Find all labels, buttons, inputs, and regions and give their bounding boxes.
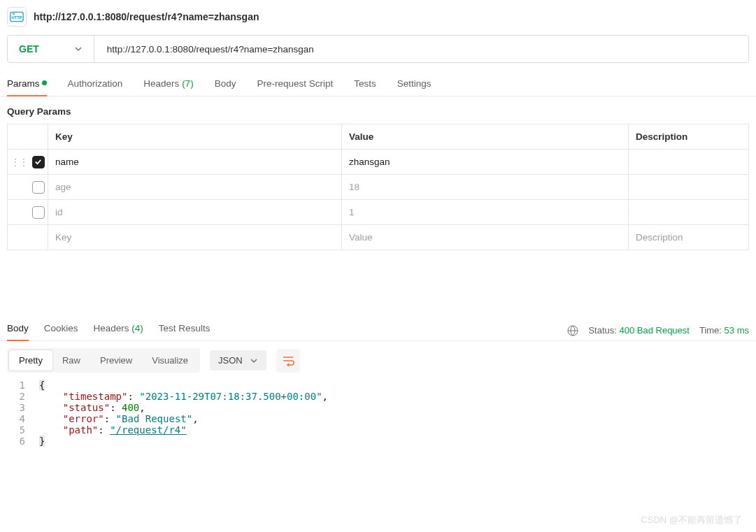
col-key: Key <box>48 124 342 150</box>
response-body[interactable]: 1{ 2 "timestamp": "2023-11-29T07:18:37.5… <box>0 380 756 454</box>
wrap-lines-button[interactable] <box>276 349 300 373</box>
title-bar: HTTP http://127.0.0.1:8080/request/r4?na… <box>0 0 756 35</box>
tab-params[interactable]: Params <box>7 76 47 96</box>
view-mode-group: Pretty Raw Preview Visualize <box>7 348 200 373</box>
svg-text:HTTP: HTTP <box>11 15 22 20</box>
table-row-placeholder: Key Value Description <box>8 225 749 250</box>
cell-value[interactable]: 1 <box>342 200 629 225</box>
globe-icon[interactable] <box>567 325 578 336</box>
tab-tests[interactable]: Tests <box>354 76 376 96</box>
method-dropdown[interactable]: GET <box>8 36 94 62</box>
tab-body[interactable]: Body <box>215 76 236 96</box>
table-row: ⋮⋮ age 18 <box>8 175 749 200</box>
status-value: 400 Bad Request <box>619 325 689 336</box>
cell-desc[interactable] <box>629 175 749 200</box>
col-checkbox <box>8 124 48 150</box>
status-bar: Status: 400 Bad Request Time: 53 ms <box>567 325 749 336</box>
method-label: GET <box>19 43 39 55</box>
page-title: http://127.0.0.1:8080/request/r4?name=zh… <box>34 11 259 22</box>
request-bar: GET <box>7 35 749 63</box>
row-checkbox[interactable] <box>32 181 45 194</box>
row-checkbox[interactable] <box>32 156 45 168</box>
tab-settings[interactable]: Settings <box>397 76 432 96</box>
view-pretty[interactable]: Pretty <box>9 350 52 371</box>
view-row: Pretty Raw Preview Visualize JSON <box>0 341 756 380</box>
cell-desc[interactable] <box>629 150 749 175</box>
rtab-cookies[interactable]: Cookies <box>44 320 78 340</box>
cell-key-ph[interactable]: Key <box>48 225 342 250</box>
cell-value-ph[interactable]: Value <box>342 225 629 250</box>
table-row: ⋮⋮ id 1 <box>8 200 749 225</box>
http-icon: HTTP <box>7 7 27 27</box>
tab-prerequest[interactable]: Pre-request Script <box>257 76 333 96</box>
section-label: Query Params <box>0 96 756 124</box>
cell-key[interactable]: name <box>48 150 342 175</box>
response-header: Body Cookies Headers (4) Test Results St… <box>0 320 756 341</box>
view-visualize[interactable]: Visualize <box>142 350 198 371</box>
format-dropdown[interactable]: JSON <box>210 350 266 371</box>
cell-desc[interactable] <box>629 200 749 225</box>
cell-value[interactable]: zhansgan <box>342 150 629 175</box>
rtab-tests[interactable]: Test Results <box>159 320 211 340</box>
chevron-down-icon <box>74 45 83 53</box>
response-tabs: Body Cookies Headers (4) Test Results <box>7 320 210 340</box>
request-tabs: Params Authorization Headers (7) Body Pr… <box>0 76 756 96</box>
view-preview[interactable]: Preview <box>90 350 142 371</box>
view-raw[interactable]: Raw <box>52 350 90 371</box>
drag-handle-icon[interactable]: ⋮⋮ <box>11 157 28 167</box>
col-value: Value <box>342 124 629 150</box>
cell-desc-ph[interactable]: Description <box>629 225 749 250</box>
tab-authorization[interactable]: Authorization <box>68 76 123 96</box>
cell-key[interactable]: age <box>48 175 342 200</box>
rtab-body[interactable]: Body <box>7 320 29 340</box>
rtab-headers[interactable]: Headers (4) <box>94 320 143 340</box>
active-dot-icon <box>42 80 47 85</box>
col-desc: Description <box>629 124 749 150</box>
row-checkbox[interactable] <box>32 206 45 219</box>
url-input[interactable] <box>94 36 748 62</box>
chevron-down-icon <box>250 357 258 365</box>
cell-value[interactable]: 18 <box>342 175 629 200</box>
query-params-table: Key Value Description ⋮⋮ name zhansgan ⋮… <box>7 124 749 250</box>
table-row: ⋮⋮ name zhansgan <box>8 150 749 175</box>
tab-headers[interactable]: Headers (7) <box>143 76 193 96</box>
cell-key[interactable]: id <box>48 200 342 225</box>
time-value: 53 ms <box>725 325 749 336</box>
